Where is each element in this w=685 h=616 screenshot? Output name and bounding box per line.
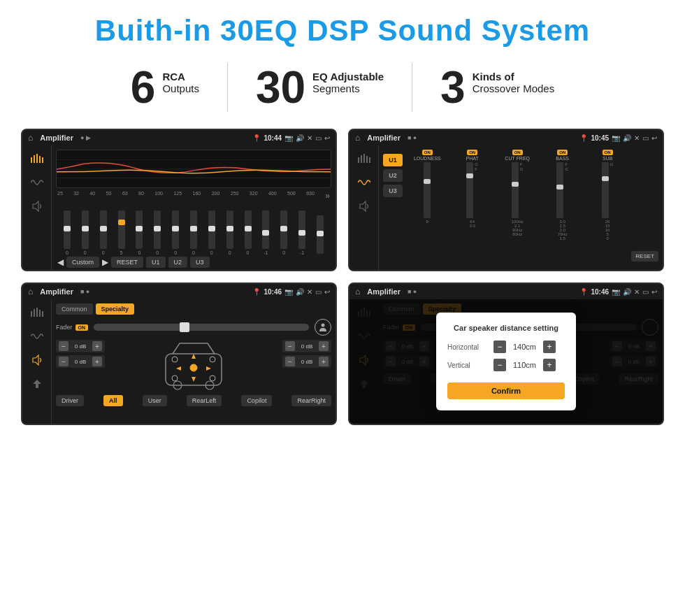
u3-button-eq[interactable]: U3	[190, 257, 210, 268]
custom-button[interactable]: Custom	[66, 257, 99, 268]
horizontal-plus-btn[interactable]: +	[543, 341, 556, 353]
toggle-bass[interactable]: ON	[557, 150, 568, 155]
u2-button-eq[interactable]: U2	[168, 257, 188, 268]
eq-icon-s3[interactable]	[27, 305, 47, 320]
fader-text-label: Fader	[56, 324, 73, 331]
tab-specialty[interactable]: Specialty	[96, 303, 135, 315]
driver-btn[interactable]: Driver	[56, 395, 84, 406]
screen2-container: ⌂ Amplifier ■ ● 📍 10:45 📷 🔊 ✕ ▭ ↩	[348, 129, 664, 271]
user-btn[interactable]: User	[143, 395, 167, 406]
toggle-cutfreq[interactable]: ON	[512, 150, 523, 155]
svg-point-30	[210, 375, 215, 381]
horizontal-minus-btn[interactable]: −	[493, 341, 506, 353]
eq-slider-1: 0	[77, 210, 94, 255]
db-plus-fr[interactable]: +	[319, 341, 329, 351]
fader-label-row: Fader ON	[56, 319, 331, 336]
fader-right-controls: − 0 dB + − 0 dB +	[282, 340, 331, 368]
vertical-minus-btn[interactable]: −	[493, 359, 506, 371]
screen1-eq: 25 32 40 50 63 80 100 125 160 200 250 32…	[52, 145, 336, 270]
db-plus-rl[interactable]: +	[92, 357, 102, 366]
reset-button-eq[interactable]: RESET	[111, 257, 143, 268]
prev-icon[interactable]: ◀	[57, 257, 64, 267]
speaker-icon-s2[interactable]	[354, 199, 374, 214]
stat-label-rca-main: RCA	[162, 71, 199, 83]
fader-bottom-btns: Driver All User RearLeft Copilot RearRig…	[56, 395, 331, 406]
label-sub: SUB	[603, 156, 612, 161]
wave-icon-s2[interactable]	[354, 175, 374, 190]
play-icon[interactable]: ▶	[102, 257, 108, 267]
svg-rect-0	[31, 157, 32, 163]
wave-icon-s1[interactable]	[27, 175, 47, 190]
preset-u2[interactable]: U2	[383, 169, 403, 182]
screen4-content: Common Specialty Fader ON −0 dB+ −0 dB+	[349, 299, 663, 424]
crossover-content: U1 U2 U3 ON LOUDNESS	[379, 145, 663, 270]
fader-on-badge[interactable]: ON	[75, 324, 89, 331]
preset-u1[interactable]: U1	[383, 154, 403, 166]
vertical-plus-btn[interactable]: +	[543, 359, 556, 371]
close-icon-4: ✕	[634, 288, 640, 296]
svg-marker-32	[192, 377, 196, 382]
db-plus-fl[interactable]: +	[92, 341, 102, 351]
u1-button-eq[interactable]: U1	[146, 257, 166, 268]
label-phat: PHAT	[466, 156, 479, 161]
arrows-icon-s3[interactable]	[27, 376, 47, 392]
toggle-phat[interactable]: ON	[467, 150, 477, 155]
dialog-vertical-label: Vertical	[447, 361, 489, 369]
screen1-icons: 📍 10:44 📷 🔊 ✕ ▭ ↩	[252, 134, 330, 142]
eq-slider-9: 0	[222, 210, 238, 255]
home-icon-3[interactable]: ⌂	[28, 287, 33, 296]
home-icon-2[interactable]: ⌂	[355, 133, 360, 143]
fader-slider[interactable]	[94, 324, 309, 331]
svg-rect-18	[39, 310, 41, 317]
svg-marker-21	[33, 380, 41, 388]
rearright-btn[interactable]: RearRight	[291, 395, 331, 406]
toggle-loudness[interactable]: ON	[422, 150, 433, 155]
stat-label-rca: RCA Outputs	[162, 65, 199, 94]
preset-u3[interactable]: U3	[383, 185, 403, 197]
screen3-icons: 📍 10:46 📷 🔊 ✕ ▭ ↩	[252, 288, 330, 296]
screen3-dots: ■ ●	[80, 288, 89, 295]
eq-bottom-bar: ◀ Custom ▶ RESET U1 U2 U3	[56, 255, 331, 268]
stat-label-eq-sub: Segments	[312, 83, 384, 94]
screen3-container: ⌂ Amplifier ■ ● 📍 10:46 📷 🔊 ✕ ▭ ↩	[21, 282, 337, 425]
rearleft-btn[interactable]: RearLeft	[187, 395, 222, 406]
home-icon-1[interactable]: ⌂	[28, 133, 33, 143]
eq-icon-s1[interactable]	[27, 151, 47, 166]
window-icon-1: ▭	[315, 134, 322, 142]
db-plus-rr[interactable]: +	[319, 357, 329, 366]
db-minus-fr[interactable]: −	[285, 341, 295, 351]
eq-slider-13: -1	[294, 210, 310, 255]
db-minus-fl[interactable]: −	[59, 341, 68, 351]
fader-thumb[interactable]	[180, 322, 189, 332]
eq-slider-11: -1	[257, 210, 274, 255]
stat-rca: 6 RCA Outputs	[103, 65, 227, 110]
all-btn[interactable]: All	[103, 395, 123, 406]
db-minus-rr[interactable]: −	[285, 357, 295, 366]
speaker-icon-s3[interactable]	[27, 352, 47, 368]
window-icon-3: ▭	[315, 288, 322, 296]
person-icon[interactable]	[315, 319, 331, 336]
home-icon-4[interactable]: ⌂	[355, 287, 360, 296]
eq-slider-3: 5	[113, 210, 130, 255]
screen3-sidebar	[22, 299, 52, 424]
reset-button-crossover[interactable]: RESET	[631, 251, 658, 262]
toggle-sub[interactable]: ON	[603, 150, 613, 155]
stat-label-crossover: Kinds of Crossover Modes	[473, 65, 555, 94]
screen3-title: Amplifier	[40, 287, 73, 296]
fader-tabs: Common Specialty	[56, 303, 331, 315]
svg-rect-13	[369, 157, 370, 163]
wave-icon-s3[interactable]	[27, 329, 47, 344]
copilot-btn[interactable]: Copilot	[241, 395, 272, 406]
tab-common[interactable]: Common	[56, 303, 93, 315]
camera-icon-3: 📷	[284, 288, 293, 296]
confirm-button[interactable]: Confirm	[447, 382, 565, 399]
speaker-icon-s1[interactable]	[27, 199, 47, 214]
stat-number-eq: 30	[256, 65, 305, 110]
svg-marker-14	[360, 201, 366, 211]
screen4-title: Amplifier	[367, 287, 401, 296]
svg-rect-19	[42, 311, 43, 317]
eq-icon-s2[interactable]	[354, 151, 374, 166]
db-minus-rl[interactable]: −	[59, 357, 68, 366]
camera-icon-2: 📷	[612, 134, 620, 142]
eq-slider-10: 0	[240, 210, 257, 255]
